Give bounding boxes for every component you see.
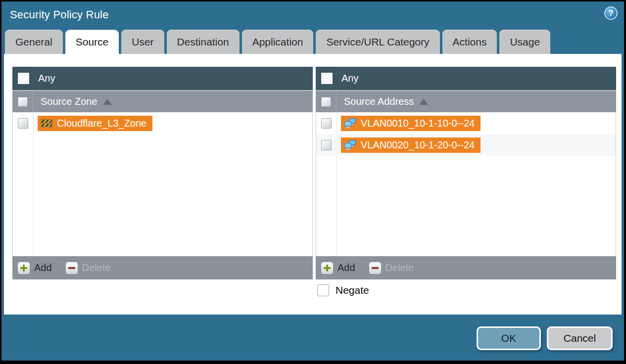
table-row: VLAN0020_10-1-20-0--24 [316, 134, 616, 156]
zone-chip[interactable]: Cloudflare_L3_Zone [38, 116, 152, 131]
source-address-list: VLAN0010_10-1-10-0--24 [316, 112, 616, 256]
delete-button[interactable]: Delete [65, 262, 111, 274]
zone-icon [41, 118, 52, 129]
add-label: Add [34, 262, 52, 273]
ok-button[interactable]: OK [477, 326, 541, 350]
tab-actions[interactable]: Actions [442, 30, 497, 54]
row-checkbox[interactable] [321, 140, 332, 150]
screenshot-root: { "window": { "title": "Security Policy … [0, 0, 626, 364]
select-all-cell [12, 91, 33, 112]
source-address-any-checkbox[interactable] [321, 73, 333, 84]
source-zone-panel: Any Source Zone [12, 67, 313, 279]
help-icon[interactable]: ? [604, 6, 618, 20]
negate-control: Negate [317, 284, 369, 296]
select-all-cell [316, 91, 337, 112]
table-row: Cloudflare_L3_Zone [13, 112, 312, 134]
source-zone-column-label[interactable]: Source Zone [41, 96, 97, 107]
table-row: VLAN0010_10-1-10-0--24 [316, 112, 616, 134]
tab-bar: General Source User Destination Applicat… [5, 30, 624, 54]
plus-icon [321, 262, 334, 274]
dialog-titlebar: Security Policy Rule ? [1, 1, 624, 29]
row-checkbox[interactable] [18, 118, 28, 129]
delete-label: Delete [385, 262, 414, 273]
negate-checkbox[interactable] [317, 284, 329, 296]
plus-icon [17, 262, 30, 274]
source-address-footer: Add Delete [316, 256, 616, 279]
source-zone-list: Cloudflare_L3_Zone [12, 112, 313, 256]
source-zone-any-checkbox[interactable] [18, 73, 29, 84]
address-name: VLAN0010_10-1-10-0--24 [361, 118, 475, 129]
add-label: Add [337, 262, 355, 273]
source-address-panel: Any Source Address [316, 67, 616, 279]
cancel-button[interactable]: Cancel [547, 326, 613, 350]
tab-general[interactable]: General [5, 30, 63, 54]
sort-ascending-icon[interactable] [103, 99, 112, 105]
delete-button[interactable]: Delete [369, 262, 414, 274]
add-button[interactable]: Add [17, 262, 52, 274]
source-address-column-header: Source Address [316, 90, 616, 112]
source-zone-footer: Add Delete [12, 256, 313, 279]
source-address-any-header: Any [316, 67, 616, 90]
delete-label: Delete [82, 262, 111, 273]
address-name: VLAN0020_10-1-20-0--24 [361, 139, 475, 151]
source-address-column-label[interactable]: Source Address [344, 96, 414, 107]
negate-label: Negate [336, 284, 369, 296]
security-policy-rule-dialog: Security Policy Rule ? General Source Us… [1, 1, 624, 361]
minus-icon [65, 262, 78, 274]
tab-user[interactable]: User [121, 30, 164, 54]
tab-usage[interactable]: Usage [499, 30, 550, 54]
minus-icon [369, 262, 382, 274]
address-icon [344, 139, 356, 150]
source-zone-any-header: Any [12, 67, 313, 90]
source-zone-any-label: Any [38, 73, 55, 84]
dialog-title: Security Policy Rule [10, 8, 109, 21]
source-address-select-all-checkbox[interactable] [321, 97, 331, 107]
tab-source[interactable]: Source [65, 30, 119, 54]
sort-ascending-icon[interactable] [419, 99, 428, 105]
source-zone-select-all-checkbox[interactable] [18, 97, 28, 107]
address-chip[interactable]: VLAN0010_10-1-10-0--24 [341, 116, 481, 131]
address-chip[interactable]: VLAN0020_10-1-20-0--24 [341, 137, 481, 153]
tab-destination[interactable]: Destination [167, 30, 240, 54]
source-address-any-label: Any [341, 73, 358, 84]
add-button[interactable]: Add [321, 262, 355, 274]
address-icon [344, 118, 356, 129]
source-zone-column-header: Source Zone [12, 90, 313, 112]
source-tab-content: Any Source Zone [4, 54, 622, 315]
tab-service-url-category[interactable]: Service/URL Category [316, 30, 439, 54]
tab-application[interactable]: Application [242, 30, 314, 54]
row-checkbox[interactable] [321, 118, 332, 129]
zone-name: Cloudflare_L3_Zone [57, 118, 146, 129]
